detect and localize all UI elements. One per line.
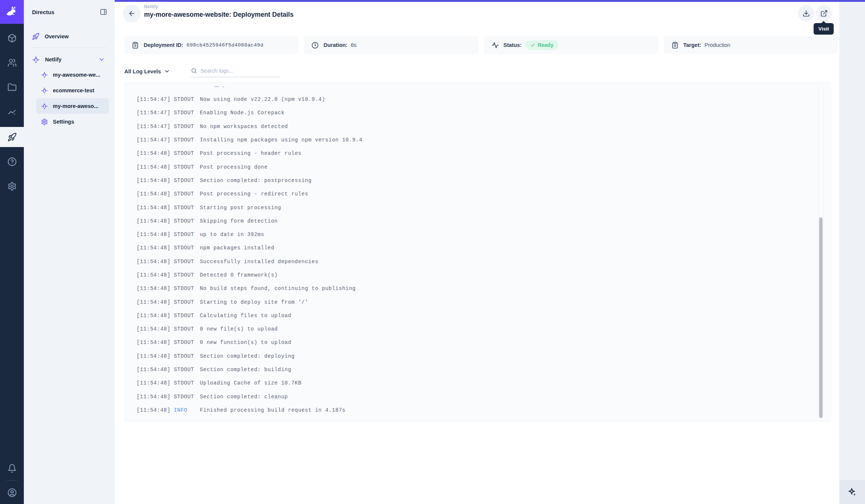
log-scrollbar-track[interactable] [818, 86, 824, 418]
log-message: Enabling Node.js Corepack [200, 110, 285, 116]
right-sidebar-strip [839, 2, 865, 504]
chevron-down-icon [164, 68, 170, 74]
duration-card: Duration: 6s [304, 36, 478, 54]
log-level: STDOUT [174, 110, 195, 116]
log-line: [11:54:47]STDOUTInstalling npm packages … [137, 133, 808, 147]
module-netlify-button[interactable] [0, 127, 24, 147]
log-line: [11:54:48]STDOUTSuccessfully installed d… [137, 255, 808, 268]
log-timestamp: [11:54:48] [137, 299, 170, 305]
deployment-info-cards: Deployment ID: 698cb4525946f5d4088ac49d … [124, 36, 838, 54]
log-timestamp: [11:54:48] [137, 205, 170, 211]
rocket-icon [32, 33, 39, 40]
log-message: Section completed: deploying [200, 353, 295, 359]
download-logs-button[interactable] [798, 5, 814, 22]
log-line: [11:54:48]STDOUTSection completed: postp… [137, 174, 808, 187]
bell-icon [7, 464, 17, 473]
netlify-icon [41, 103, 48, 110]
log-line: [11:54:48]STDOUTCalculating files to upl… [137, 309, 808, 322]
log-level: STDOUT [174, 339, 195, 345]
log-timestamp: [11:54:48] [137, 218, 170, 224]
gear-icon [41, 118, 48, 125]
module-files-button[interactable] [0, 77, 24, 97]
log-timestamp: [11:54:48] [137, 407, 170, 413]
rocket-icon [7, 133, 17, 142]
netlify-icon [41, 71, 48, 79]
log-level: STDOUT [174, 394, 195, 400]
log-line: [11:54:48]STDOUTNo build steps found, co… [137, 282, 808, 295]
visit-site-button[interactable] [816, 5, 832, 22]
main-content: Netlify my-more-awesome-website: Deploym… [115, 0, 865, 504]
log-timestamp: [11:54:48] [137, 191, 170, 197]
log-message: Finished processing build request in 4.1… [200, 407, 345, 413]
log-line: [11:54:48]STDOUTSkipping form detection [137, 214, 808, 228]
collapse-sidebar-button[interactable] [100, 8, 107, 16]
log-level: STDOUT [174, 218, 195, 224]
sidebar-item-site[interactable]: my-more-aweso... [36, 98, 109, 114]
log-message: Successfully installed dependencies [200, 259, 319, 265]
log-message: No npm workspaces detected [200, 124, 288, 130]
log-timestamp: [11:54:47] [137, 124, 170, 130]
log-message: Now using node v22.22.0 (npm v10.9.4) [200, 96, 325, 102]
sidebar-item-settings[interactable]: Settings [36, 114, 109, 130]
check-icon [530, 43, 535, 48]
log-timestamp: [11:54:47] [137, 137, 170, 143]
directus-logo[interactable] [0, 0, 24, 24]
module-content-button[interactable] [0, 28, 24, 48]
log-level: STDOUT [174, 178, 195, 184]
log-message: Skipping form detection [200, 218, 278, 224]
log-message: Section completed: postprocessing [200, 178, 312, 184]
download-icon [802, 10, 810, 17]
log-level-dropdown[interactable]: All Log Levels [124, 68, 170, 77]
arrow-left-icon [128, 10, 135, 17]
breadcrumb: Netlify [144, 4, 294, 9]
log-timestamp: [11:54:48] [137, 150, 170, 156]
log-line: [11:54:48]STDOUTSection completed: build… [137, 363, 808, 376]
module-help-button[interactable] [0, 151, 24, 172]
chevron-down-icon[interactable] [98, 56, 105, 63]
module-users-button[interactable] [0, 52, 24, 73]
log-level: STDOUT [174, 205, 195, 211]
sidebar-item-label: Settings [53, 119, 74, 125]
log-level: STDOUT [174, 326, 195, 332]
log-timestamp: [11:54:48] [137, 286, 170, 291]
ai-assistant-button[interactable] [839, 480, 865, 504]
log-line: [11:54:48]STDOUTUploading Cache of size … [137, 376, 808, 390]
log-timestamp: [11:54:48] [137, 367, 170, 373]
sidebar-item-label: my-awesome-we... [53, 72, 100, 78]
sidebar-item-site[interactable]: ecommerce-test [36, 83, 109, 98]
log-level: STDOUT [174, 286, 195, 291]
module-insights-button[interactable] [0, 102, 24, 122]
log-scrollbar-thumb[interactable] [819, 217, 823, 418]
folder-icon [7, 83, 17, 92]
target-card: Target: Production [664, 36, 838, 54]
sidebar-item-site[interactable]: my-awesome-we... [36, 67, 109, 83]
sidebar-item-overview[interactable]: Overview [24, 28, 115, 45]
log-level: STDOUT [174, 245, 195, 251]
duration-value: 6s [351, 42, 357, 48]
log-level: STDOUT [174, 164, 195, 170]
log-timestamp: [11:54:48] [137, 245, 170, 251]
notifications-button[interactable] [0, 458, 24, 478]
log-line: [11:54:48]STDOUTnpm packages installed [137, 241, 808, 255]
log-timestamp: [11:54:48] [137, 394, 170, 400]
sidebar-item-label: Overview [45, 34, 69, 39]
log-level: STDOUT [174, 96, 195, 102]
nav-panel: Directus Overview Netlify my-awesome-we.… [24, 0, 115, 504]
users-icon [7, 58, 17, 67]
sidebar-group-netlify[interactable]: Netlify [24, 51, 115, 68]
search-input[interactable] [200, 68, 280, 74]
module-settings-button[interactable] [0, 176, 24, 196]
user-menu-button[interactable] [0, 482, 24, 503]
log-timestamp: [11:54:48] [137, 380, 170, 386]
back-button[interactable] [123, 4, 141, 22]
gear-icon [7, 182, 17, 191]
insights-icon [7, 107, 17, 117]
status-card: Status: Ready [484, 36, 658, 54]
card-label: Target: [683, 42, 701, 48]
sidebar-item-label: ecommerce-test [53, 87, 94, 93]
log-line: [11:54:48]STDOUTDetected 0 framework(s) [137, 268, 808, 282]
log-viewer[interactable]: [11:54:47]STDOUTNow using node v22.22.0 … [124, 82, 831, 422]
log-filters: All Log Levels [124, 63, 280, 77]
log-line: [11:54:48]STDOUTPost processing - redire… [137, 187, 808, 201]
clipboard-icon [671, 42, 679, 49]
